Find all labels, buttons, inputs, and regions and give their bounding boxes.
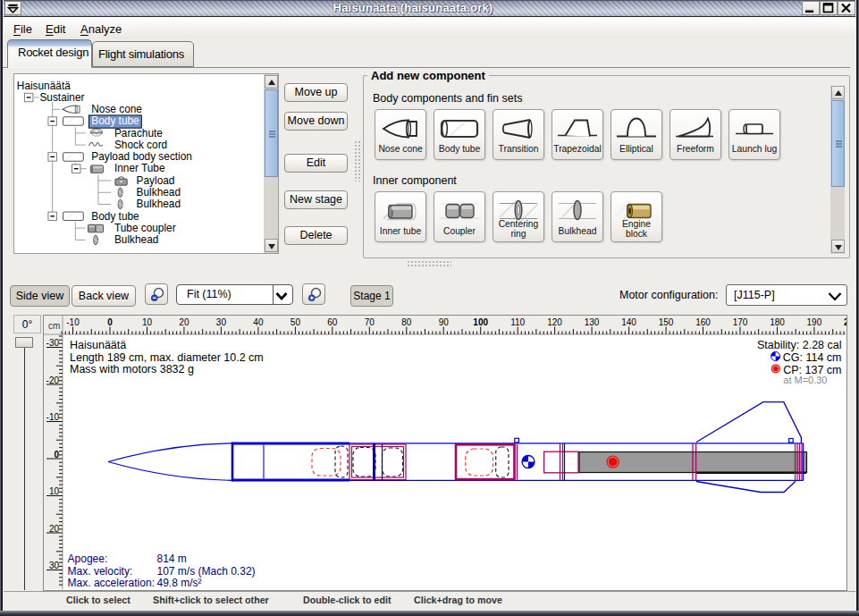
svg-text:90: 90	[439, 317, 450, 327]
svg-text:190: 190	[807, 317, 822, 327]
svg-text:Parachute: Parachute	[114, 127, 163, 139]
svg-text:70: 70	[365, 317, 375, 327]
svg-text:Length 189 cm, max. diameter 1: Length 189 cm, max. diameter 10.2 cm	[70, 351, 264, 364]
svg-text:Bulkhead: Bulkhead	[137, 186, 181, 198]
svg-text:Mass with motors 3832 g: Mass with motors 3832 g	[70, 363, 194, 376]
svg-text:30: 30	[49, 561, 60, 570]
svg-text:CG: 114 cm: CG: 114 cm	[783, 351, 842, 364]
svg-text:200: 200	[844, 317, 846, 327]
svg-text:20: 20	[179, 317, 189, 327]
svg-text:-10: -10	[66, 317, 80, 327]
svg-text:Tube coupler: Tube coupler	[114, 222, 176, 234]
svg-text:-30: -30	[46, 338, 60, 348]
svg-text:100: 100	[473, 317, 488, 327]
svg-text:Shock cord: Shock cord	[114, 139, 167, 151]
svg-text:Haisunäätä: Haisunäätä	[70, 339, 126, 351]
svg-text:150: 150	[659, 317, 674, 327]
svg-text:170: 170	[733, 317, 748, 327]
svg-text:at M=0.30: at M=0.30	[783, 375, 827, 385]
svg-text:-20: -20	[46, 376, 60, 385]
svg-text:180: 180	[770, 317, 785, 327]
svg-text:0: 0	[54, 450, 59, 460]
svg-text:30: 30	[216, 317, 227, 327]
svg-text:Sustainer: Sustainer	[39, 91, 84, 104]
svg-text:160: 160	[695, 317, 711, 327]
svg-text:0: 0	[107, 317, 113, 327]
svg-text:Stability: 2.28 cal: Stability: 2.28 cal	[757, 339, 842, 351]
svg-text:10: 10	[49, 486, 60, 496]
svg-text:49.8 m/s²: 49.8 m/s²	[157, 577, 202, 589]
svg-text:60: 60	[327, 317, 338, 327]
svg-text:Payload body section: Payload body section	[91, 150, 192, 163]
svg-text:110: 110	[510, 317, 525, 327]
svg-text:130: 130	[585, 317, 600, 327]
svg-text:cm: cm	[48, 321, 60, 331]
svg-text:-10: -10	[46, 412, 60, 422]
svg-text:Bulkhead: Bulkhead	[114, 233, 158, 246]
svg-text:814 m: 814 m	[157, 553, 187, 565]
svg-text:50: 50	[291, 317, 301, 327]
svg-text:Nose cone: Nose cone	[91, 103, 142, 115]
svg-text:Payload: Payload	[137, 174, 175, 187]
svg-text:Bulkhead: Bulkhead	[137, 198, 181, 210]
svg-text:Haisunäätä: Haisunäätä	[17, 80, 71, 92]
svg-text:140: 140	[621, 317, 636, 327]
svg-text:Apogee:: Apogee:	[68, 553, 108, 565]
svg-text:10: 10	[142, 317, 153, 327]
svg-text:Max. acceleration:: Max. acceleration:	[68, 577, 155, 589]
svg-text:20: 20	[49, 524, 60, 534]
svg-text:Body tube: Body tube	[91, 114, 139, 127]
svg-text:120: 120	[547, 317, 562, 327]
svg-text:40: 40	[253, 317, 264, 327]
svg-text:Body tube: Body tube	[91, 210, 139, 223]
svg-text:Inner Tube: Inner Tube	[114, 162, 165, 174]
svg-text:80: 80	[401, 317, 412, 327]
